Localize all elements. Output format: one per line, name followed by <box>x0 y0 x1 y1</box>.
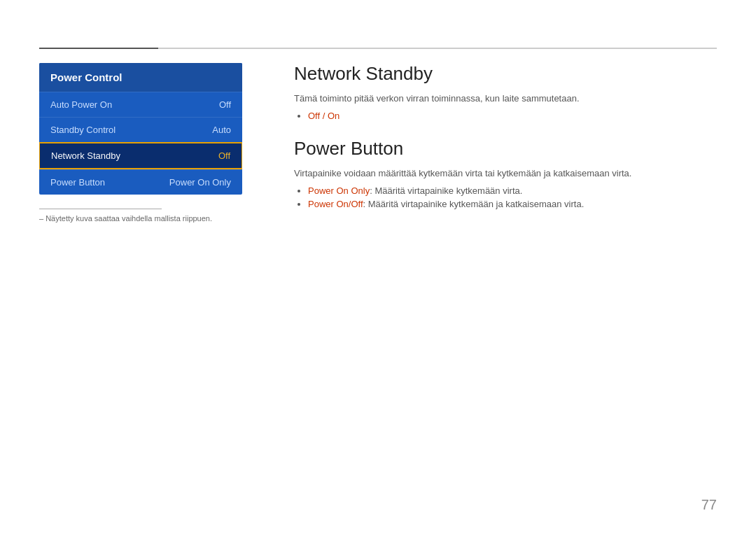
top-divider-accent <box>39 48 158 49</box>
power-on-off-rest: : Määritä virtapainike kytkemään ja katk… <box>363 199 584 209</box>
standby-control-value: Auto <box>212 125 231 135</box>
network-standby-bullets: Off / On <box>294 111 717 121</box>
power-on-off-highlight: Power On/Off <box>308 199 363 209</box>
menu-item-standby-control[interactable]: Standby Control Auto <box>39 117 242 142</box>
menu-item-auto-power-on[interactable]: Auto Power On Off <box>39 92 242 117</box>
power-on-only-rest: : Määritä virtapainike kytkemään virta. <box>370 185 522 196</box>
auto-power-on-label: Auto Power On <box>50 99 112 110</box>
network-standby-label: Network Standby <box>51 150 120 161</box>
network-standby-value: Off <box>218 150 230 161</box>
right-panel: Network Standby Tämä toiminto pitää verk… <box>294 63 717 226</box>
power-button-description: Virtapainike voidaan määrittää kytkemään… <box>294 168 717 178</box>
footnote-text: – Näytetty kuva saattaa vaihdella mallis… <box>39 214 212 223</box>
network-standby-bullet-1: Off / On <box>308 111 717 121</box>
network-standby-bullet-1-highlight: Off / On <box>308 111 340 121</box>
power-button-label: Power Button <box>50 177 105 188</box>
power-button-bullets: Power On Only: Määritä virtapainike kytk… <box>294 185 717 209</box>
menu-item-power-button[interactable]: Power Button Power On Only <box>39 169 242 195</box>
power-button-bullet-2: Power On/Off: Määritä virtapainike kytke… <box>308 199 717 209</box>
footnote-divider <box>39 209 162 209</box>
page-number: 77 <box>701 497 717 513</box>
menu-box: Power Control Auto Power On Off Standby … <box>39 63 242 195</box>
menu-item-network-standby[interactable]: Network Standby Off <box>39 142 242 169</box>
network-standby-title: Network Standby <box>294 63 717 85</box>
standby-control-label: Standby Control <box>50 125 115 135</box>
power-button-bullet-1: Power On Only: Määritä virtapainike kytk… <box>308 185 717 196</box>
network-standby-description: Tämä toiminto pitää verkon virran toimin… <box>294 93 717 104</box>
auto-power-on-value: Off <box>219 99 231 110</box>
power-on-only-highlight: Power On Only <box>308 185 370 196</box>
menu-header: Power Control <box>39 63 242 92</box>
left-panel: Power Control Auto Power On Off Standby … <box>39 63 242 195</box>
power-button-value: Power On Only <box>169 177 231 188</box>
power-button-title: Power Button <box>294 138 717 160</box>
